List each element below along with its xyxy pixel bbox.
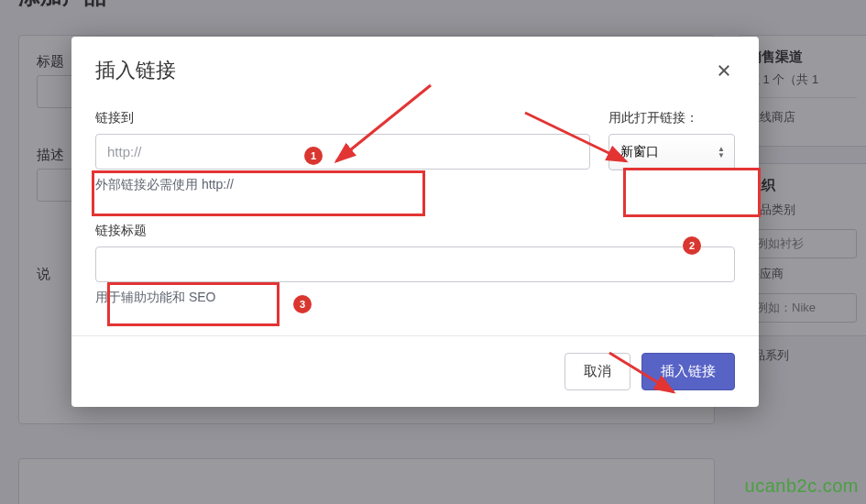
open-with-label: 用此打开链接： <box>608 110 735 126</box>
close-button[interactable] <box>713 60 735 82</box>
link-title-hint: 用于辅助功能和 SEO <box>95 290 735 306</box>
link-to-input[interactable] <box>95 134 590 170</box>
watermark: ucanb2c.com <box>745 476 859 497</box>
link-to-hint: 外部链接必需使用 http:// <box>95 177 590 193</box>
link-to-label: 链接到 <box>95 110 590 126</box>
close-icon <box>716 62 732 79</box>
updown-icon: ▲▼ <box>718 146 725 159</box>
cancel-button[interactable]: 取消 <box>565 353 630 390</box>
modal-title: 插入链接 <box>95 57 176 84</box>
insert-link-button[interactable]: 插入链接 <box>641 353 735 390</box>
open-with-value: 新窗口 <box>620 144 659 159</box>
insert-link-modal: 插入链接 链接到 外部链接必需使用 http:// 用此打开链接： 新窗口 ▲▼ <box>71 37 759 407</box>
open-with-select[interactable]: 新窗口 ▲▼ <box>608 134 735 170</box>
link-title-label: 链接标题 <box>95 223 735 239</box>
link-title-input[interactable] <box>95 247 735 282</box>
